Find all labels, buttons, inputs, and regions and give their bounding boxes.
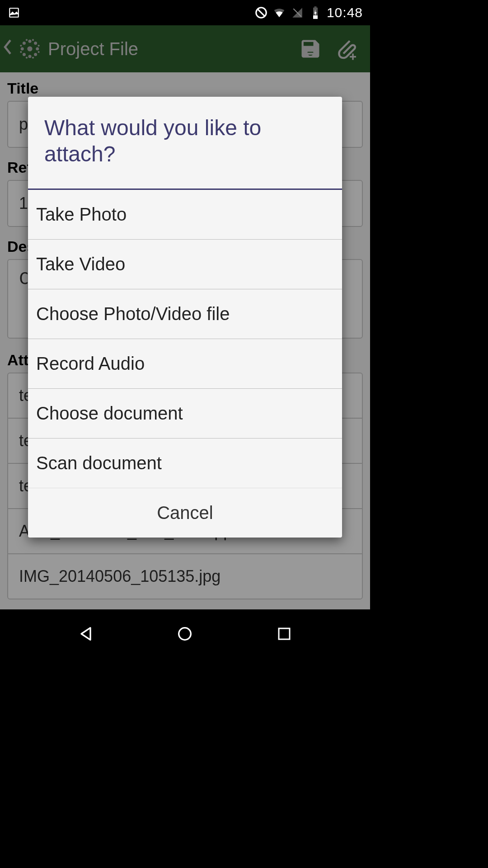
status-time: 10:48 xyxy=(327,5,363,20)
option-choose-document[interactable]: Choose document xyxy=(28,389,342,439)
picture-icon xyxy=(7,6,21,19)
back-button[interactable] xyxy=(72,620,99,647)
battery-icon xyxy=(309,6,322,19)
dialog-title: What would you like to attach? xyxy=(28,97,342,190)
option-scan-document[interactable]: Scan document xyxy=(28,439,342,488)
svg-line-2 xyxy=(258,9,265,16)
svg-rect-30 xyxy=(279,628,290,639)
status-right: 10:48 xyxy=(254,5,363,20)
wifi-icon xyxy=(272,6,286,19)
recent-apps-button[interactable] xyxy=(271,620,298,647)
option-take-photo[interactable]: Take Photo xyxy=(28,190,342,240)
option-choose-media[interactable]: Choose Photo/Video file xyxy=(28,289,342,339)
attach-dialog: What would you like to attach? Take Phot… xyxy=(28,97,342,538)
signal-icon xyxy=(291,6,304,19)
no-entry-icon xyxy=(254,6,268,19)
android-nav-bar xyxy=(0,609,370,658)
cancel-button[interactable]: Cancel xyxy=(28,488,342,538)
option-take-video[interactable]: Take Video xyxy=(28,240,342,289)
svg-rect-6 xyxy=(313,15,318,19)
option-record-audio[interactable]: Record Audio xyxy=(28,339,342,389)
svg-rect-5 xyxy=(314,6,316,8)
status-bar: 10:48 xyxy=(0,0,370,25)
svg-point-29 xyxy=(179,628,191,640)
status-left xyxy=(7,6,21,19)
home-button[interactable] xyxy=(171,620,198,647)
